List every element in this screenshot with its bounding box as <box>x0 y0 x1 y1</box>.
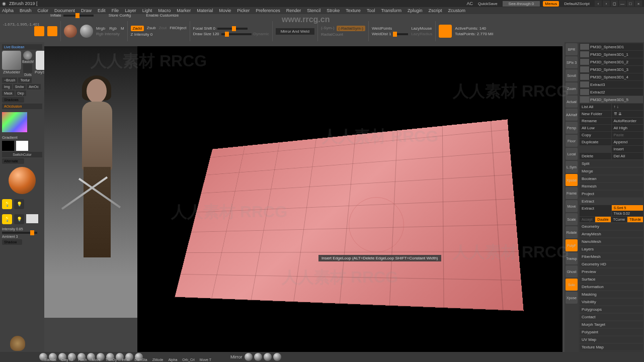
spix-button[interactable]: SPix 3 <box>566 56 578 68</box>
xpose2-button[interactable]: Xpose <box>566 292 578 304</box>
window-btn-1[interactable]: ‹ <box>595 1 602 7</box>
storeconfig-button[interactable]: Store Config <box>109 13 131 18</box>
sndw-btn[interactable]: Sndw <box>13 84 26 89</box>
mesh-object[interactable] <box>168 122 500 303</box>
menu-edit[interactable]: Edit <box>98 8 106 13</box>
menu-tool[interactable]: Tool <box>367 8 375 13</box>
close-icon[interactable]: × <box>635 1 642 7</box>
dep-btn[interactable]: Dep <box>16 90 26 96</box>
welddist-slider[interactable] <box>393 33 408 35</box>
tool-icon[interactable] <box>439 25 452 38</box>
menu-material[interactable]: Material <box>197 8 213 13</box>
menu-alpha[interactable]: Alpha <box>2 8 14 13</box>
menu-color[interactable]: Color <box>38 8 49 13</box>
fillobject-button[interactable]: FillObject <box>170 26 186 31</box>
menus-button[interactable]: Menus <box>543 1 559 7</box>
boolean-section[interactable]: Boolean <box>580 175 643 182</box>
amoc-btn[interactable]: AmOc <box>27 84 40 89</box>
menu-zcustom[interactable]: Zcustom <box>448 8 466 13</box>
drawsize-label[interactable]: Draw Size 120 <box>193 32 219 36</box>
swatch-white[interactable] <box>16 141 28 151</box>
frame-button[interactable]: Frame <box>566 187 578 199</box>
arraymesh-section[interactable]: ArrayMesh <box>580 231 643 237</box>
zadd-button[interactable]: Zadd <box>131 26 144 31</box>
gizmo2-icon[interactable] <box>47 26 57 36</box>
restore-icon[interactable]: ◻ <box>611 1 618 7</box>
mat-toyplastic[interactable] <box>264 353 272 361</box>
menu-render[interactable]: Render <box>286 8 301 13</box>
move-button[interactable]: Move <box>566 200 578 212</box>
focalshift-label[interactable]: Focal Shift 0 <box>193 26 215 31</box>
material-ball[interactable] <box>9 167 36 194</box>
enablecustomize-button[interactable]: Enable Customize <box>146 13 179 18</box>
img-btn[interactable]: Img <box>2 84 12 89</box>
duplicate-button[interactable]: Duplicate <box>580 139 611 145</box>
visibility-section[interactable]: Visibility <box>580 299 643 305</box>
rotate-button[interactable]: Rotate <box>566 226 578 238</box>
ambient-label[interactable]: Ambient 3 <box>2 235 42 238</box>
menu-preferences[interactable]: Preferences <box>256 8 280 13</box>
switchcolor-button[interactable]: SwitchColor <box>2 152 42 157</box>
menu-document[interactable]: Document <box>54 8 75 13</box>
window-btn-2[interactable]: › <box>603 1 610 7</box>
swatch-black[interactable] <box>2 141 14 151</box>
mat-skinshade[interactable] <box>254 353 262 361</box>
textur-tab[interactable]: Textur <box>18 77 32 83</box>
ssmt-input[interactable]: S.Smt 5 <box>612 205 643 211</box>
dots-icon[interactable] <box>23 64 32 73</box>
append-button[interactable]: Append <box>612 139 643 145</box>
m-button[interactable]: M <box>121 26 124 31</box>
extract-section[interactable]: Extract <box>580 198 643 205</box>
mask-btn[interactable]: Mask <box>2 90 15 96</box>
aahalf-button[interactable]: AAHalf <box>566 109 578 121</box>
menu-draw[interactable]: Draw <box>81 8 92 13</box>
persp-button[interactable]: Persp <box>566 122 578 134</box>
shadow-button[interactable]: Shadow <box>2 239 22 245</box>
transp-button[interactable]: Transp <box>566 252 578 264</box>
light2-button[interactable]: 💡 <box>14 199 24 209</box>
menu-zplugin[interactable]: Zplugin <box>408 8 423 13</box>
inflate-slider[interactable] <box>63 15 94 17</box>
delete-button[interactable]: Delete <box>580 153 611 159</box>
actual-button[interactable]: Actual <box>566 96 578 108</box>
split-section[interactable]: Split <box>580 160 643 167</box>
menu-stroke[interactable]: Stroke <box>327 8 340 13</box>
contact-section[interactable]: Contact <box>580 314 643 320</box>
alternate-button[interactable]: Alternate <box>2 158 24 164</box>
zoom-button[interactable]: Zoom <box>566 82 578 95</box>
liveboolean-button[interactable]: Live Boolean <box>2 44 42 50</box>
menu-light[interactable]: Light <box>142 8 152 13</box>
accept-button[interactable]: Accept <box>580 217 595 222</box>
allhigh-button[interactable]: All High <box>612 125 643 131</box>
floor-button[interactable]: Floor <box>566 135 578 147</box>
layers-section[interactable]: Layers <box>580 246 643 252</box>
brush-tab[interactable]: ~Brush <box>2 77 17 83</box>
rename-button[interactable]: Rename <box>580 118 611 124</box>
tcorne-button[interactable]: TCorne <box>611 217 627 222</box>
merge-section[interactable]: Merge <box>580 168 643 174</box>
intensity-slider[interactable] <box>2 232 37 234</box>
light1-button[interactable]: 💡 <box>2 199 12 209</box>
focalshift-slider[interactable] <box>217 28 248 30</box>
sym-button[interactable]: (-Sym-) <box>321 26 335 31</box>
lazymouse-button[interactable]: LazyMouse <box>411 26 432 31</box>
rgbintensity-label[interactable]: Rgb Intensity <box>96 32 124 36</box>
fibermesh-section[interactable]: FiberMesh <box>580 253 643 260</box>
preview-section[interactable]: Preview <box>580 268 643 275</box>
material-preview-icon[interactable] <box>64 25 77 38</box>
welddist-label[interactable]: WeldDist 1 <box>372 32 391 36</box>
zcut-button[interactable]: Zcut <box>159 26 167 31</box>
polyf-button[interactable]: PolyF <box>566 239 578 251</box>
menu-macro[interactable]: Macro <box>158 8 171 13</box>
maximize-icon[interactable]: □ <box>627 1 634 7</box>
extract-button[interactable]: Extract <box>580 205 611 216</box>
intensity-label[interactable]: Intensity 0.85 <box>2 227 23 231</box>
thick-input[interactable]: Thick 0.02 <box>612 211 643 216</box>
nanomesh-section[interactable]: NanoMesh <box>580 238 643 245</box>
light-thumb[interactable] <box>26 214 38 223</box>
mat-metalc[interactable] <box>273 353 281 361</box>
scroll-button[interactable]: Scroll <box>566 69 578 81</box>
copy-button[interactable]: Copy <box>580 132 611 138</box>
deformation-section[interactable]: Deformation <box>580 284 643 290</box>
project-section[interactable]: Project <box>580 191 643 197</box>
